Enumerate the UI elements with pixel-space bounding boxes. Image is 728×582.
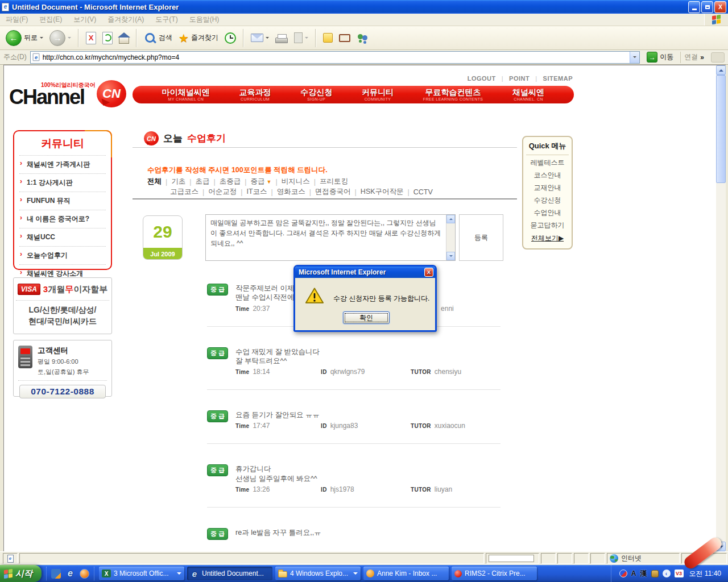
start-button[interactable]: 시작 bbox=[0, 565, 42, 582]
messenger-button[interactable] bbox=[354, 32, 371, 44]
nav-item[interactable]: 커뮤니티 COMMUNITY bbox=[362, 86, 394, 103]
filter-item[interactable]: CCTV bbox=[404, 187, 433, 197]
community-menu-item[interactable]: 채널UCC bbox=[19, 228, 106, 246]
utility-link[interactable]: POINT bbox=[496, 75, 530, 82]
task-button[interactable]: Anne Kim - Inbox ... bbox=[363, 567, 449, 580]
dialog-close-button[interactable]: X bbox=[424, 268, 433, 277]
antivirus-icon[interactable]: V3 bbox=[675, 569, 684, 577]
address-dropdown-button[interactable] bbox=[630, 52, 639, 63]
utility-link[interactable]: LOGOUT bbox=[468, 75, 496, 82]
task-button[interactable]: Untitled Document... bbox=[187, 567, 272, 580]
go-button[interactable]: → 이동 bbox=[643, 52, 677, 63]
tray-clock[interactable]: 오전 11:40 bbox=[689, 569, 721, 579]
filter-item[interactable]: 영화코스 bbox=[267, 187, 305, 197]
favorites-button[interactable]: ★ 즐겨찾기 bbox=[176, 31, 221, 45]
nav-item[interactable]: 교육과정 CURRICULUM bbox=[239, 86, 271, 103]
tray-collapse-icon[interactable]: ‹ bbox=[663, 569, 671, 577]
quick-menu-view-all[interactable]: 전체보기▶ bbox=[523, 234, 572, 243]
menu-item[interactable]: 즐겨찾기(A) bbox=[107, 15, 144, 24]
filter-item[interactable]: 면접중국어 bbox=[305, 187, 351, 197]
scrollbar-thumb[interactable] bbox=[716, 75, 726, 183]
review-line1[interactable]: 요즘 듣기가 잘안되요 ㅠㅠ bbox=[235, 410, 500, 419]
mail-button[interactable] bbox=[249, 32, 271, 43]
filter-item[interactable]: 기초 bbox=[162, 177, 185, 186]
review-line1[interactable]: 휴가갑니다 bbox=[235, 464, 500, 473]
nav-item[interactable]: 무료학습컨텐츠 FREE LEARNING CONTENTS bbox=[423, 86, 483, 103]
address-input[interactable]: e http://chcn.co.kr/mychcn/mycheck.php?m… bbox=[30, 51, 640, 64]
page-scrollbar[interactable] bbox=[716, 65, 726, 551]
window-titlebar[interactable]: e Untitled Document - Microsoft Internet… bbox=[0, 0, 728, 14]
quick-launch-media-icon[interactable] bbox=[80, 569, 89, 579]
links-button[interactable]: 연결 » bbox=[680, 52, 708, 63]
edit-button[interactable] bbox=[292, 31, 311, 44]
review-line1[interactable]: re과 le발음 자꾸 틀려요,,ㅠ bbox=[235, 528, 500, 537]
quick-launch-ie-icon[interactable]: e bbox=[65, 569, 75, 579]
tray-app-icon[interactable] bbox=[651, 570, 659, 577]
task-button[interactable]: 4 Windows Explo... bbox=[275, 567, 361, 580]
restore-button[interactable] bbox=[701, 1, 713, 13]
site-logo[interactable]: 100%리얼리티중국어 CHannel CN bbox=[9, 80, 126, 113]
filter-item[interactable]: 중급 ▼ bbox=[241, 177, 271, 186]
menu-item[interactable]: 편집(E) bbox=[39, 15, 62, 24]
search-button[interactable]: 검색 bbox=[142, 30, 175, 46]
forward-dropdown-icon[interactable] bbox=[68, 37, 71, 40]
quick-menu-item[interactable]: 레벨테스트 bbox=[523, 155, 572, 168]
filter-item[interactable]: 어순교정 bbox=[198, 187, 237, 197]
utility-link[interactable]: SITEMAP bbox=[530, 75, 573, 82]
filter-item[interactable]: 프리토킹 bbox=[310, 177, 348, 186]
task-button[interactable]: RIMS2 - Citrix Pre... bbox=[452, 567, 537, 580]
back-dropdown-icon[interactable] bbox=[40, 37, 43, 40]
filter-item[interactable]: 전체 bbox=[147, 177, 162, 186]
menu-item[interactable]: 보기(V) bbox=[73, 15, 96, 24]
community-menu-item[interactable]: 채널씨엔 가족게시판 bbox=[19, 156, 106, 173]
research-button[interactable] bbox=[337, 33, 353, 43]
filter-item[interactable]: HSK구어작문 bbox=[351, 187, 404, 197]
textarea-scrollbar[interactable] bbox=[446, 215, 455, 260]
forward-button[interactable]: → bbox=[47, 29, 73, 47]
filter-item[interactable]: 고급코스 bbox=[170, 187, 198, 197]
nav-item[interactable]: 마이채널씨엔 MY CHANNEL CN bbox=[162, 86, 210, 103]
ime-ball-icon[interactable] bbox=[619, 569, 627, 577]
menu-item[interactable]: 도움말(H) bbox=[189, 15, 220, 24]
home-button[interactable] bbox=[117, 31, 131, 45]
ime-hanja-icon[interactable]: 漢 bbox=[640, 569, 647, 579]
nav-item[interactable]: 채널씨엔 CHANNEL. CN bbox=[512, 86, 544, 103]
scroll-down-icon[interactable] bbox=[446, 252, 455, 260]
filter-item[interactable]: IT코스 bbox=[237, 187, 267, 197]
cs-phone-number[interactable]: 070-7122-0888 bbox=[19, 385, 106, 398]
quick-menu-item[interactable]: 묻고답하기 bbox=[523, 218, 572, 230]
scroll-up-icon[interactable] bbox=[446, 215, 455, 223]
quick-menu-item[interactable]: 교재안내 bbox=[523, 180, 572, 193]
review-line1[interactable]: 수업 재밌게 잘 받았습니다 bbox=[235, 347, 500, 356]
filter-item[interactable]: 비지니스 bbox=[271, 177, 309, 186]
dialog-ok-button[interactable]: 확인 bbox=[343, 311, 390, 324]
discuss-button[interactable] bbox=[321, 32, 335, 44]
filter-item[interactable]: 초중급 bbox=[210, 177, 241, 186]
nav-item[interactable]: 수강신청 SIGN-UP bbox=[300, 86, 332, 103]
community-menu-item[interactable]: 내 이름은 중국어로? bbox=[19, 210, 106, 228]
close-button[interactable]: X bbox=[714, 1, 726, 13]
back-button[interactable]: ← 뒤로 bbox=[3, 29, 46, 47]
quick-menu-item[interactable]: 코스안내 bbox=[523, 168, 572, 180]
dialog-titlebar[interactable]: Microsoft Internet Explorer X bbox=[295, 267, 435, 278]
quick-launch-app-icon[interactable] bbox=[51, 569, 61, 579]
mail-dropdown-icon[interactable] bbox=[266, 37, 269, 40]
menu-item[interactable]: 도구(T) bbox=[155, 15, 177, 24]
community-menu-item[interactable]: 1:1 강사게시판 bbox=[19, 173, 106, 192]
addon-icon[interactable] bbox=[711, 52, 725, 63]
submit-review-button[interactable]: 등록 bbox=[459, 214, 503, 261]
menu-item[interactable]: 파일(F) bbox=[6, 15, 28, 24]
review-textarea[interactable]: 매일매일 공부하고픈 맘은 굴뚝같지만,, 정말 잘안된다는,, 그렇지만 선생… bbox=[206, 215, 446, 260]
quick-menu-item[interactable]: 수강신청 bbox=[523, 193, 572, 205]
quick-menu-item[interactable]: 수업안내 bbox=[523, 205, 572, 218]
community-menu-item[interactable]: FUNFUN 뮤직 bbox=[19, 192, 106, 210]
minimize-button[interactable] bbox=[688, 1, 700, 13]
task-button[interactable]: 3 Microsoft Offic... bbox=[99, 567, 184, 580]
community-menu-item[interactable]: 오늘수업후기 bbox=[19, 246, 106, 264]
print-button[interactable] bbox=[273, 32, 290, 44]
filter-item[interactable]: 초급 bbox=[185, 177, 209, 186]
history-button[interactable] bbox=[222, 31, 238, 45]
stop-button[interactable]: X bbox=[84, 31, 98, 45]
scroll-up-button[interactable] bbox=[716, 65, 726, 75]
refresh-button[interactable] bbox=[100, 31, 115, 45]
